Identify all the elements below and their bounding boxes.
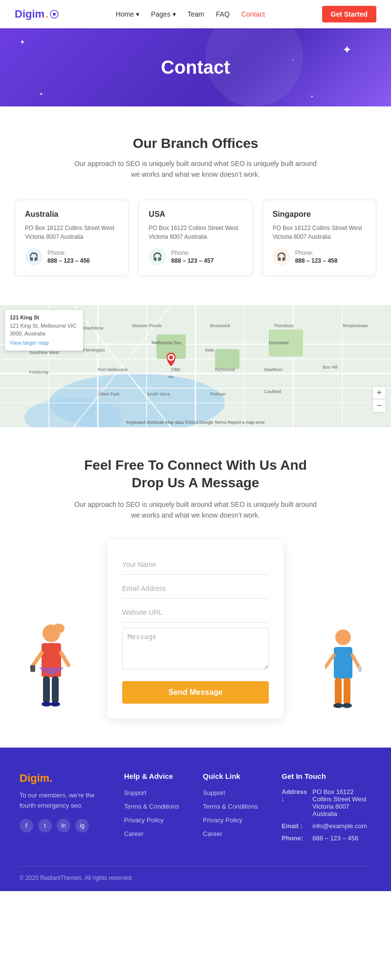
contact-section: Feel Free To Connect With Us And Drop Us… — [0, 427, 391, 748]
email-input[interactable] — [122, 579, 269, 599]
footer-phone-value: 888 – 123 – 456 — [312, 834, 358, 842]
map-address-detail: 121 King St, Melbourne VIC 3000, Austral… — [10, 322, 78, 337]
logo-icon — [50, 10, 59, 19]
svg-text:Moonee Ponds: Moonee Ponds — [132, 323, 162, 328]
svg-line-58 — [325, 655, 334, 667]
office-card-singapore: Singapore PO Box 16122 Collins Street We… — [262, 200, 376, 276]
svg-point-54 — [50, 702, 60, 707]
help-link-2[interactable]: Privacy Policy — [124, 816, 164, 824]
nav-faq[interactable]: FAQ — [216, 10, 230, 18]
svg-text:Caulfield: Caulfield — [264, 389, 281, 394]
linkedin-icon[interactable]: in — [57, 819, 70, 833]
office-name-usa: USA — [149, 210, 242, 219]
figure-left — [29, 619, 73, 718]
svg-text:Maidstone: Maidstone — [83, 326, 104, 331]
nav-home[interactable]: Home ▾ — [116, 10, 139, 18]
nav-team[interactable]: Team — [188, 10, 204, 18]
logo-text: Digim — [15, 8, 44, 21]
svg-text:Melbourne Zoo: Melbourne Zoo — [152, 340, 181, 345]
phone-label-singapore: Phone: — [295, 250, 338, 256]
phone-label-usa: Phone: — [171, 250, 214, 256]
svg-point-45 — [169, 355, 173, 359]
svg-rect-20 — [215, 349, 239, 369]
svg-text:Sunshine West: Sunshine West — [29, 350, 59, 355]
office-address-singapore: PO Box 16122 Collins Street West Victori… — [273, 224, 366, 241]
headphone-icon-usa: 🎧 — [149, 248, 166, 266]
nav-pages[interactable]: Pages ▾ — [151, 10, 176, 18]
hero-section: ✦ ✦ ✦ • • Contact — [0, 28, 391, 106]
facebook-icon[interactable]: f — [20, 819, 33, 833]
map-zoom-in[interactable]: + — [373, 387, 386, 399]
navbar: Digim. Home ▾ Pages ▾ Team FAQ Contact G… — [0, 0, 391, 28]
svg-text:Brunswick: Brunswick — [210, 323, 231, 328]
nav-contact[interactable]: Contact — [241, 10, 265, 18]
send-message-button[interactable]: Send Message — [122, 681, 269, 704]
footer-quick-links: Support Terms & Conditions Privacy Polic… — [203, 788, 267, 838]
svg-text:Box Hill: Box Hill — [323, 365, 338, 370]
phone-info-singapore: Phone: 888 – 123 – 458 — [295, 250, 338, 264]
svg-point-1 — [53, 13, 56, 16]
svg-rect-57 — [334, 647, 352, 679]
svg-point-48 — [53, 624, 65, 633]
footer: Digim. To our members, we're the fourth … — [0, 748, 391, 891]
svg-text:Flemington: Flemington — [83, 348, 105, 353]
office-card-australia: Australia PO Box 16122 Collins Street We… — [15, 200, 129, 276]
map-zoom-controls: + − — [372, 386, 386, 413]
map-container[interactable]: Sunshine Maidstone Moonee Ponds Brunswic… — [0, 305, 391, 427]
svg-rect-52 — [52, 676, 59, 703]
footer-address-label: Address : — [282, 788, 308, 817]
map-larger-link[interactable]: View larger map — [10, 339, 78, 347]
branch-title: Our Branch Offices — [15, 136, 376, 151]
phone-number-singapore: 888 – 123 – 458 — [295, 257, 338, 264]
office-phone-row-singapore: 🎧 Phone: 888 – 123 – 458 — [273, 248, 366, 266]
svg-text:Templestowe: Templestowe — [342, 323, 368, 328]
contact-inner: Send Message — [15, 540, 376, 718]
quick-link-2[interactable]: Privacy Policy — [203, 816, 242, 824]
map-footer-text: Keyboard shortcuts Map data ©2024 Google… — [126, 420, 265, 425]
svg-text:Richmond: Richmond — [215, 367, 235, 372]
footer-contact-title: Get In Touch — [282, 772, 371, 780]
quick-link-3[interactable]: Career — [203, 830, 222, 837]
svg-line-59 — [352, 655, 359, 667]
footer-bottom: © 2020 RadiantThemes. All rights reserve… — [20, 866, 371, 881]
svg-text:South Yarra: South Yarra — [147, 392, 170, 396]
footer-quick: Quick Link Support Terms & Conditions Pr… — [203, 772, 267, 847]
logo[interactable]: Digim. — [15, 8, 59, 21]
map-info-box: 121 King St 121 King St, Melbourne VIC 3… — [5, 310, 83, 351]
svg-text:Hawthorn: Hawthorn — [264, 367, 283, 372]
svg-rect-51 — [43, 676, 50, 703]
help-link-3[interactable]: Career — [124, 830, 144, 837]
phone-info-usa: Phone: 888 – 123 – 457 — [171, 250, 214, 264]
footer-description: To our members, we're the fourth emergen… — [20, 791, 109, 811]
contact-form: Send Message — [108, 540, 283, 718]
svg-rect-55 — [30, 665, 35, 672]
office-name-singapore: Singapore — [273, 210, 366, 219]
phone-label-australia: Phone: — [47, 250, 90, 256]
map-zoom-out[interactable]: − — [373, 399, 386, 412]
twitter-icon[interactable]: t — [38, 819, 52, 833]
get-started-button[interactable]: Get Started — [322, 6, 376, 22]
website-input[interactable] — [122, 603, 269, 623]
instagram-icon[interactable]: ig — [75, 819, 89, 833]
svg-point-63 — [342, 703, 352, 708]
footer-logo: Digim. — [20, 772, 109, 785]
footer-phone-row: Phone: 888 – 123 – 456 — [282, 834, 371, 842]
quick-link-0[interactable]: Support — [203, 789, 225, 796]
office-name-australia: Australia — [25, 210, 118, 219]
office-address-australia: PO Box 16122 Collins Street West Victori… — [25, 224, 118, 241]
svg-text:Prahran: Prahran — [210, 392, 226, 396]
svg-text:Port Melbourne: Port Melbourne — [98, 367, 128, 372]
help-link-1[interactable]: Terms & Conditions — [124, 803, 179, 810]
svg-point-53 — [42, 702, 51, 707]
map-section: Sunshine Maidstone Moonee Ponds Brunswic… — [0, 305, 391, 427]
quick-link-1[interactable]: Terms & Conditions — [203, 803, 258, 810]
footer-address-row: Address : PO Box 16122 Collins Street We… — [282, 788, 371, 817]
svg-text:Thornbury: Thornbury — [274, 323, 294, 328]
name-input[interactable] — [122, 555, 269, 575]
figure-right — [325, 624, 362, 718]
help-link-0[interactable]: Support — [124, 789, 147, 796]
message-textarea[interactable] — [122, 627, 269, 669]
footer-address-value: PO Box 16122 Collins Street West Victori… — [312, 788, 371, 817]
footer-brand: Digim. To our members, we're the fourth … — [20, 772, 109, 847]
hero-title: Contact — [161, 57, 230, 78]
